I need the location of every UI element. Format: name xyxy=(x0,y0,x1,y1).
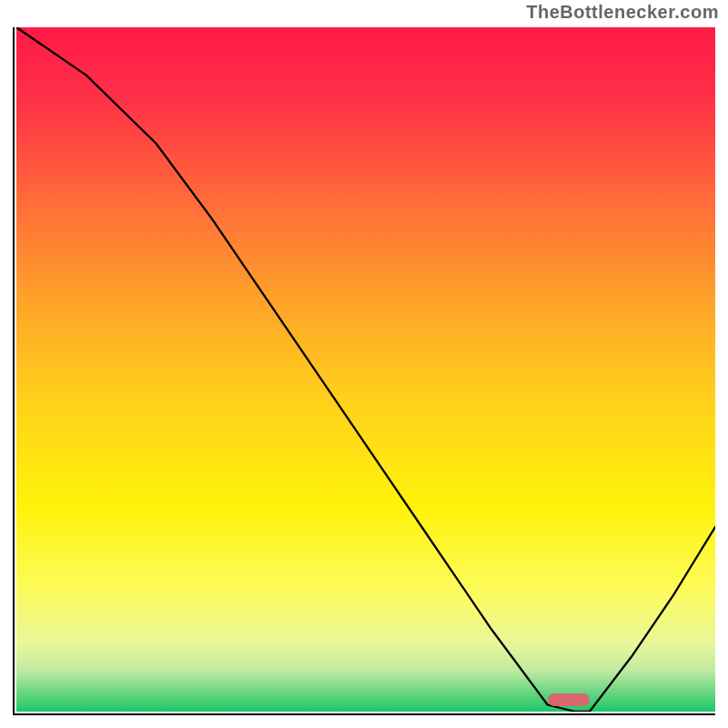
plot-area xyxy=(13,27,715,715)
curve-layer xyxy=(16,27,715,712)
bottleneck-curve xyxy=(16,27,715,712)
attribution-text: TheBottlenecker.com xyxy=(526,2,719,23)
chart-container: TheBottlenecker.com xyxy=(0,0,728,728)
optimal-marker xyxy=(548,693,590,706)
